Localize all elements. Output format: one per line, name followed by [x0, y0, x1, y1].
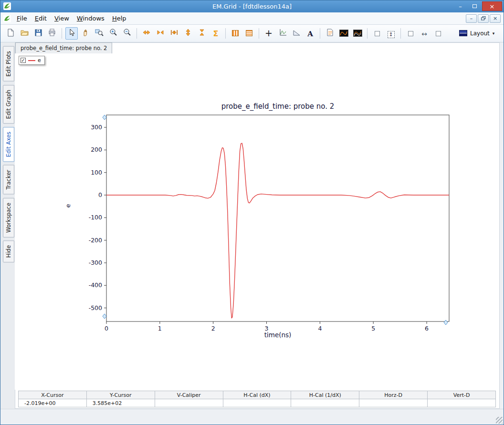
new-file-button[interactable] [4, 27, 17, 40]
fit-width-button[interactable]: ↔ [418, 27, 430, 40]
shrink-x-icon [157, 29, 164, 38]
sidebar-tab-hide[interactable]: Hide [3, 240, 14, 262]
x-tick-label: 2 [211, 325, 215, 332]
menu-file[interactable]: File [13, 13, 31, 23]
maximize-icon [472, 4, 477, 8]
zoom-window-button[interactable] [93, 27, 105, 40]
select-pointer-button[interactable] [65, 27, 78, 40]
mdi-restore-button[interactable] [478, 14, 489, 23]
plot-frame [106, 115, 449, 321]
zoom-window-icon [95, 28, 104, 39]
legend-item: ✓e [21, 57, 41, 63]
status-value-v-caliper [155, 399, 223, 407]
frame-box-button[interactable] [371, 27, 383, 40]
mdi-controls: – × [466, 14, 502, 23]
menubar-items: FileEditViewWindowsHelp [13, 13, 130, 23]
menu-edit[interactable]: Edit [31, 13, 51, 23]
autoscale-button[interactable]: Σ [210, 27, 222, 40]
layout-menu-button[interactable]: Layout▾ [455, 27, 499, 40]
series-e-line [106, 143, 449, 318]
pan-hand-button[interactable] [79, 27, 92, 40]
autoscale-icon: Σ [213, 29, 219, 38]
shrink-x-button[interactable] [154, 27, 167, 40]
legend-line-sample [28, 60, 35, 61]
data-table-button[interactable] [243, 27, 255, 40]
print-button[interactable] [46, 27, 58, 40]
axis-handle-diamond[interactable] [444, 320, 448, 325]
status-header-row: X-CursorY-CursorV-CaliperH-Cal (dX)H-Cal… [19, 391, 496, 399]
fit-height-button[interactable]: ↕ [385, 27, 397, 40]
histogram-button[interactable] [229, 27, 242, 40]
shrink-y-button[interactable] [196, 27, 208, 40]
legend: ✓e [19, 56, 45, 65]
axis-handle-diamond[interactable] [103, 115, 106, 120]
mdi-minimize-button[interactable]: – [466, 14, 477, 23]
status-value-y-cursor: 3.585e+02 [86, 399, 155, 407]
chart-svg[interactable]: 3002001000-100-200-300-400-5000123456 [15, 53, 499, 390]
y-tick-label: -400 [89, 281, 102, 289]
resize-grip[interactable] [496, 417, 503, 424]
y-tick-label: -100 [89, 214, 102, 221]
fit-height-icon: ↕ [388, 29, 395, 38]
axis-handle-diamond[interactable] [103, 314, 106, 319]
sidebar-tab-edit-axes[interactable]: Edit Axes [3, 127, 14, 162]
x-tick-label: 3 [265, 325, 269, 332]
crosshair-icon: + [265, 29, 273, 38]
layout-menu-label: Layout [470, 30, 490, 37]
toolbar-separator [367, 28, 368, 39]
document-tab[interactable]: probe_e_field_time: probe no. 2 [15, 42, 112, 53]
slope-measure-icon [293, 29, 301, 38]
text-annotation-icon: A [307, 29, 313, 38]
open-file-button[interactable] [18, 27, 31, 40]
sidebar-tab-tracker[interactable]: Tracker [3, 165, 14, 195]
sidebar-tab-edit-graph[interactable]: Edit Graph [3, 85, 14, 124]
curve-axes-button[interactable] [276, 27, 289, 40]
legend-label: e [38, 57, 41, 63]
sidebar-tab-workspace[interactable]: Workspace [3, 198, 14, 238]
print-icon [48, 28, 56, 39]
toolbar-buttons: Σ+A↕↔Layout▾ [0, 25, 504, 42]
frame-box-3-button[interactable] [432, 27, 444, 40]
y-tick-label: 100 [91, 169, 102, 176]
fft-multi-icon [353, 29, 362, 38]
minimize-button[interactable]: – [453, 1, 467, 11]
y-tick-label: -200 [89, 237, 102, 244]
zoom-in-icon [109, 28, 117, 39]
slope-measure-button[interactable] [290, 27, 303, 40]
expand-y-button[interactable] [182, 27, 194, 40]
x-tick-label: 1 [158, 325, 162, 332]
text-annotation-button[interactable]: A [304, 27, 316, 40]
fit-x-button[interactable] [168, 27, 180, 40]
menu-view[interactable]: View [51, 13, 73, 23]
zoom-in-button[interactable] [107, 27, 119, 40]
save-file-button[interactable] [32, 27, 44, 40]
y-tick-label: -300 [89, 259, 102, 266]
expand-x-button[interactable] [140, 27, 153, 40]
expand-y-icon [184, 29, 192, 38]
expand-x-icon [143, 29, 150, 38]
shrink-y-icon [198, 29, 206, 38]
new-file-icon [6, 28, 15, 39]
x-tick-label: 4 [318, 325, 322, 332]
menu-help[interactable]: Help [108, 13, 130, 23]
select-pointer-icon [67, 28, 76, 39]
maximize-button[interactable] [468, 1, 482, 11]
frame-box-2-button[interactable] [404, 27, 417, 40]
mdi-close-button[interactable]: × [490, 14, 501, 23]
fit-width-icon: ↔ [421, 29, 427, 38]
fft-multi-button[interactable] [351, 27, 364, 40]
toolbar-separator [136, 28, 137, 39]
status-col-v-caliper: V-Caliper [155, 391, 223, 399]
fft-button[interactable] [337, 27, 350, 40]
sidebar-tab-edit-plots[interactable]: Edit Plots [3, 46, 14, 82]
close-button[interactable]: × [482, 1, 502, 11]
status-value-x-cursor: -2.019e+00 [18, 399, 87, 407]
zoom-out-button[interactable] [121, 27, 133, 40]
zoom-out-icon [123, 28, 131, 39]
pan-hand-icon [81, 28, 90, 39]
menu-windows[interactable]: Windows [73, 13, 108, 23]
legend-checkbox[interactable]: ✓ [21, 58, 26, 63]
crosshair-button[interactable]: + [262, 27, 275, 40]
titlebar: EM.Grid - [fdtdlesson14a] – × [0, 0, 504, 12]
notes-button[interactable] [324, 27, 336, 40]
